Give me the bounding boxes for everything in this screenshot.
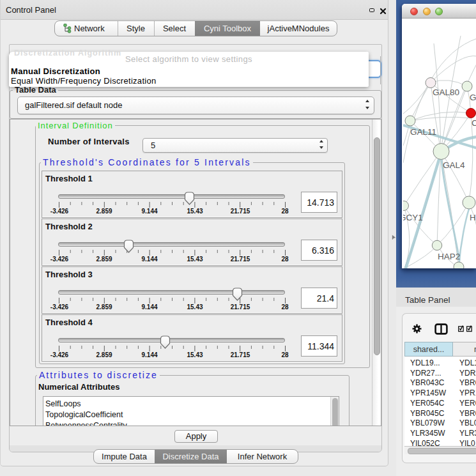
svg-text:GCY1: GCY1 xyxy=(403,213,423,222)
svg-text:H: H xyxy=(470,213,476,222)
svg-text:GAL11: GAL11 xyxy=(410,127,436,137)
svg-text:HAP2: HAP2 xyxy=(438,252,460,261)
svg-text:C: C xyxy=(472,118,476,128)
svg-text:GAL4: GAL4 xyxy=(443,160,465,170)
svg-text:GAL80: GAL80 xyxy=(433,88,459,97)
svg-text:GA: GA xyxy=(470,93,476,102)
